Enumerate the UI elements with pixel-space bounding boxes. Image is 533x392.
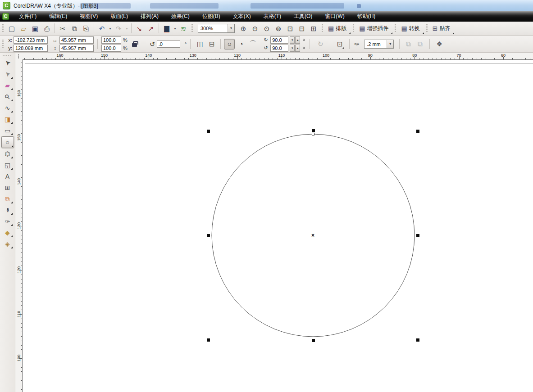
ellipse-object[interactable] — [23, 60, 533, 392]
pie-mode-button[interactable]: ◔ — [236, 39, 246, 50]
shape-tool[interactable]: ➤ — [2, 69, 14, 80]
scale-v-field[interactable]: 100.0 — [101, 45, 121, 52]
basic-shapes-tool[interactable]: ◱ — [2, 160, 14, 171]
selection-handle[interactable] — [207, 338, 210, 342]
smart-fill-tool[interactable]: ◨ — [2, 114, 14, 125]
paste-button[interactable]: ⎘ — [81, 23, 91, 34]
interactive-blend-tool[interactable]: ⧉ — [2, 194, 14, 204]
menu-item-edit[interactable]: 编辑(E) — [43, 11, 73, 22]
arc-mode-button[interactable]: ⌒ — [247, 39, 258, 50]
open-button[interactable]: ▱ — [18, 23, 29, 34]
toolbox-grip[interactable] — [3, 54, 12, 57]
selection-handle[interactable] — [207, 234, 210, 237]
zoom-in-button[interactable]: ⊕ — [238, 23, 249, 34]
text-tool[interactable]: A — [2, 171, 14, 182]
eyedropper-tool[interactable]: ✒ — [2, 205, 14, 216]
selection-handle[interactable] — [416, 234, 419, 237]
menu-item-window[interactable]: 窗口(W) — [319, 11, 351, 22]
table-tool[interactable]: ⊞ — [2, 182, 14, 193]
zoom-out-button[interactable]: ⊖ — [250, 23, 260, 34]
menu-item-view[interactable]: 视图(V) — [73, 11, 104, 22]
wrap-text-button[interactable]: ⊡ — [334, 39, 345, 50]
coreldraw-menu-icon[interactable]: C — [2, 13, 9, 20]
zoom-level-combo[interactable]: 300%▾ — [198, 24, 235, 33]
pick-tool[interactable]: ➤ — [2, 58, 14, 68]
end-angle-field[interactable]: 90.0 — [270, 45, 288, 52]
vertical-ruler[interactable]: 160150140130120110100 — [15, 60, 23, 392]
menu-item-effects[interactable]: 效果(C) — [165, 11, 196, 22]
toolbar-grip[interactable] — [1, 40, 5, 49]
dropdown-arrow-icon[interactable]: ▾ — [387, 40, 393, 48]
menu-item-tools[interactable]: 工具(O) — [287, 11, 319, 22]
menu-item-text[interactable]: 文本(X) — [227, 11, 257, 22]
toolbar-grip[interactable] — [425, 24, 428, 33]
menu-item-bitmaps[interactable]: 位图(B) — [196, 11, 227, 22]
application-launcher-button[interactable]: ▆ — [161, 23, 172, 34]
object-height-field[interactable]: 45.957 mm — [59, 45, 94, 52]
zoom-to-page-button[interactable]: ⊡ — [285, 23, 296, 34]
plugins-tool-button[interactable]: ▤增强插件 — [357, 23, 392, 34]
menu-item-table[interactable]: 表格(T) — [257, 11, 287, 22]
save-button[interactable]: ▣ — [30, 23, 41, 34]
selection-handle[interactable] — [312, 129, 315, 132]
convert-tool-button[interactable]: ▤转换 — [399, 23, 423, 34]
outline-width-combo[interactable]: .2 mm ▾ — [364, 40, 394, 49]
x-position-field[interactable]: -102.723 mm — [14, 36, 48, 44]
selection-handle[interactable] — [207, 130, 210, 133]
zoom-tool[interactable]: ⚲ — [2, 91, 14, 102]
horizontal-ruler[interactable]: 16015014013012011010090807060 — [23, 53, 533, 60]
mirror-horizontal-button[interactable]: ◫ — [195, 39, 205, 50]
convert-to-curves-button[interactable]: ❖ — [434, 39, 445, 50]
toolbar-grip[interactable] — [321, 24, 324, 33]
ellipse-node[interactable] — [312, 133, 314, 135]
menu-item-help[interactable]: 帮助(H) — [351, 11, 382, 22]
export-button[interactable]: ↗ — [146, 23, 156, 34]
menu-item-file[interactable]: 文件(F) — [13, 11, 43, 22]
crop-tool[interactable]: ▰ — [2, 80, 14, 91]
zoom-page-width-button[interactable]: ⊟ — [296, 23, 307, 34]
menu-item-layout[interactable]: 版面(L) — [104, 11, 134, 22]
ellipse-tool[interactable]: ○ — [1, 136, 14, 148]
selection-handle[interactable] — [312, 339, 315, 342]
cut-button[interactable]: ✂ — [57, 23, 68, 34]
zoom-all-objects-button[interactable]: ⊚ — [273, 23, 284, 34]
y-position-field[interactable]: 128.069 mm — [14, 45, 48, 52]
toolbar-grip[interactable] — [1, 24, 5, 33]
undo-button[interactable]: ↶ — [96, 23, 107, 34]
mirror-vertical-button[interactable]: ⊟ — [206, 39, 217, 50]
freehand-tool[interactable]: ∿ — [2, 103, 14, 113]
spin-up-button[interactable]: ▴ — [295, 45, 300, 52]
spin-up-button[interactable]: ▴ — [295, 36, 300, 44]
menu-item-arrange[interactable]: 排列(A) — [134, 11, 165, 22]
spin-down-button[interactable]: ▾ — [290, 45, 295, 52]
lock-ratio-button[interactable] — [130, 40, 139, 49]
object-center-mark[interactable]: × — [311, 233, 314, 238]
interactive-fill-tool[interactable]: ◈ — [2, 239, 14, 249]
copy-button[interactable]: ⧉ — [69, 23, 80, 34]
spin-down-button[interactable]: ▾ — [290, 36, 295, 44]
polygon-tool[interactable]: ⌬ — [2, 149, 14, 159]
drawing-canvas[interactable]: × — [23, 60, 533, 392]
new-button[interactable]: ▢ — [6, 23, 17, 34]
scale-h-field[interactable]: 100.0 — [101, 36, 121, 44]
object-width-field[interactable]: 45.957 mm — [59, 36, 94, 44]
start-angle-field[interactable]: 90.0 — [270, 36, 288, 44]
toolbar-grip[interactable] — [394, 24, 397, 33]
dropdown-arrow-icon[interactable]: ▾ — [228, 24, 234, 32]
print-button[interactable]: ⎙ — [41, 23, 52, 34]
selection-handle[interactable] — [416, 338, 419, 342]
ruler-corner[interactable] — [15, 53, 23, 60]
layout-tool-button[interactable]: ▤排版 — [326, 23, 350, 34]
rectangle-tool[interactable]: ▭ — [2, 125, 14, 136]
snap-to-button[interactable]: ⊞贴齐 — [430, 23, 454, 34]
rotation-angle-field[interactable]: .0 — [157, 41, 180, 48]
outline-pen-tool[interactable]: ✑ — [2, 216, 14, 227]
import-button[interactable]: ↘ — [134, 23, 145, 34]
toolbar-grip[interactable] — [352, 24, 355, 33]
application-launcher-dropdown[interactable]: ▾ — [173, 23, 178, 34]
ellipse-mode-button[interactable]: ○ — [224, 39, 235, 50]
selection-handle[interactable] — [416, 130, 419, 133]
undo-dropdown[interactable]: ▾ — [108, 23, 113, 34]
fill-tool[interactable]: ◆ — [2, 227, 14, 238]
zoom-selected-button[interactable]: ⊙ — [261, 23, 272, 34]
